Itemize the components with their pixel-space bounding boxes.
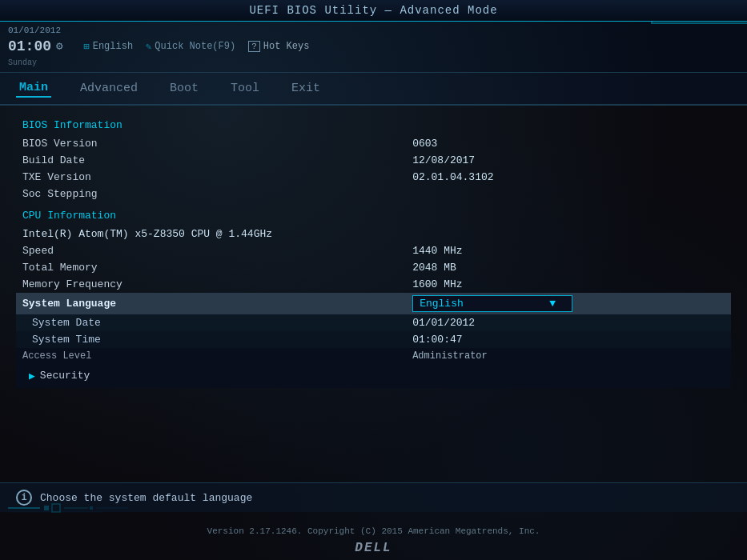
- access-level-value: Administrator: [409, 348, 731, 364]
- language-icon: ⊞: [83, 41, 89, 53]
- bottom-decoration: [8, 500, 168, 516]
- nav-bar: Main Advanced Boot Tool Exit: [0, 73, 747, 106]
- nav-item-tool[interactable]: Tool: [227, 80, 263, 97]
- access-level-label: Access Level: [16, 348, 409, 364]
- soc-stepping-row: Soc Stepping: [16, 186, 731, 202]
- datetime-display: 01/01/2012 01:00 ⚙ Sunday: [8, 25, 62, 69]
- soc-stepping-label: Soc Stepping: [16, 186, 409, 202]
- language-selector[interactable]: ⊞ English: [83, 41, 133, 53]
- nav-item-advanced[interactable]: Advanced: [77, 80, 141, 97]
- system-time-value[interactable]: 01:00:47: [409, 331, 731, 348]
- info-table: BIOS Information BIOS Version 0603 Build…: [16, 112, 731, 388]
- language-value: English: [420, 298, 464, 310]
- hotkeys-icon: ?: [248, 41, 260, 52]
- nav-item-main[interactable]: Main: [16, 79, 51, 98]
- language-label: English: [93, 41, 133, 52]
- gear-icon[interactable]: ⚙: [56, 39, 62, 55]
- memory-freq-label: Memory Frequency: [16, 276, 409, 293]
- svg-rect-4: [90, 506, 93, 510]
- cpu-name: Intel(R) Atom(TM) x5-Z8350 CPU @ 1.44GHz: [16, 226, 731, 242]
- system-date-value[interactable]: 01/01/2012: [409, 314, 731, 331]
- bios-version-row: BIOS Version 0603: [16, 135, 731, 152]
- top-bar: 01/01/2012 01:00 ⚙ Sunday ⊞ English ✎ Qu…: [0, 22, 747, 73]
- quicknote-label: Quick Note(F9): [155, 41, 235, 52]
- dell-logo: DELL: [355, 541, 392, 555]
- cpu-speed-value: 1440 MHz: [409, 242, 731, 259]
- svg-rect-1: [44, 506, 49, 510]
- dropdown-arrow-icon: ▼: [549, 298, 556, 310]
- total-memory-value: 2048 MB: [409, 259, 731, 276]
- bios-section-header-row: BIOS Information: [16, 112, 731, 135]
- bios-version-value: 0603: [409, 135, 731, 152]
- hotkeys-label: Hot Keys: [263, 41, 310, 52]
- system-language-dropdown[interactable]: English ▼: [409, 293, 731, 314]
- system-date-row: System Date 01/01/2012: [16, 314, 731, 331]
- main-content: BIOS Information BIOS Version 0603 Build…: [0, 106, 747, 394]
- memory-freq-row: Memory Frequency 1600 MHz: [16, 276, 731, 293]
- title-bar: UEFI BIOS Utility — Advanced Mode: [0, 0, 747, 22]
- svg-rect-2: [52, 504, 60, 512]
- brand-name: DELL: [355, 541, 392, 555]
- soc-stepping-value: [409, 186, 731, 202]
- system-language-label: System Language: [16, 293, 409, 314]
- version-text: Version 2.17.1246. Copyright (C) 2015 Am…: [207, 526, 540, 536]
- bios-version-label: BIOS Version: [16, 135, 409, 152]
- system-language-row[interactable]: System Language English ▼: [16, 293, 731, 314]
- txe-version-label: TXE Version: [16, 169, 409, 186]
- security-row[interactable]: ▶ Security: [16, 364, 731, 388]
- system-time-label: System Time: [16, 331, 409, 348]
- cpu-speed-row: Speed 1440 MHz: [16, 242, 731, 259]
- quicknote-button[interactable]: ✎ Quick Note(F9): [146, 41, 235, 53]
- date-display: 01/01/2012: [8, 25, 62, 37]
- hotkeys-button[interactable]: ? Hot Keys: [248, 41, 309, 52]
- cpu-name-row: Intel(R) Atom(TM) x5-Z8350 CPU @ 1.44GHz: [16, 226, 731, 242]
- bios-section-header: BIOS Information: [22, 114, 728, 133]
- build-date-row: Build Date 12/08/2017: [16, 152, 731, 169]
- memory-freq-value: 1600 MHz: [409, 276, 731, 293]
- quicknote-icon: ✎: [146, 41, 151, 53]
- cpu-section-header-row: CPU Information: [16, 202, 731, 226]
- access-level-row: Access Level Administrator: [16, 348, 731, 364]
- security-label: Security: [40, 370, 90, 382]
- nav-item-boot[interactable]: Boot: [167, 80, 202, 97]
- nav-item-exit[interactable]: Exit: [288, 80, 323, 97]
- cpu-section-header: CPU Information: [22, 205, 728, 223]
- day-display: Sunday: [8, 58, 62, 69]
- system-time-row: System Time 01:00:47: [16, 331, 731, 348]
- cpu-speed-label: Speed: [16, 242, 409, 259]
- txe-version-value: 02.01.04.3102: [409, 169, 731, 186]
- total-memory-label: Total Memory: [16, 259, 409, 276]
- system-date-label: System Date: [16, 314, 409, 331]
- footer: Version 2.17.1246. Copyright (C) 2015 Am…: [0, 526, 747, 536]
- time-display: 01:00: [8, 37, 51, 57]
- build-date-label: Build Date: [16, 152, 409, 169]
- txe-version-row: TXE Version 02.01.04.3102: [16, 169, 731, 186]
- title-text: UEFI BIOS Utility — Advanced Mode: [249, 4, 497, 17]
- security-arrow-icon: ▶: [29, 370, 35, 382]
- top-bar-tools: ⊞ English ✎ Quick Note(F9) ? Hot Keys: [83, 41, 309, 53]
- security-cell[interactable]: ▶ Security: [16, 364, 731, 388]
- total-memory-row: Total Memory 2048 MB: [16, 259, 731, 276]
- build-date-value: 12/08/2017: [409, 152, 731, 169]
